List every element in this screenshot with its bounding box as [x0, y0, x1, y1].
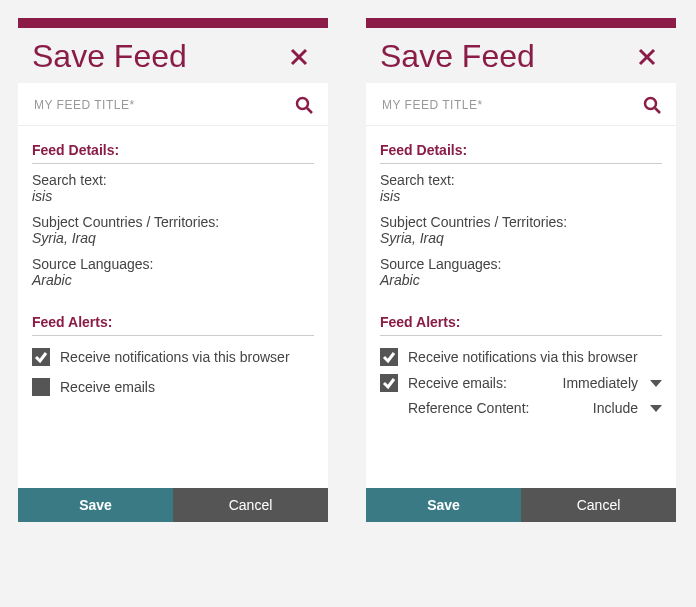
email-frequency-value: Immediately [563, 375, 638, 391]
title-row [366, 83, 676, 126]
search-button[interactable] [294, 95, 314, 115]
languages-label: Source Languages: [32, 256, 314, 272]
emails-label: Receive emails: [408, 375, 553, 391]
close-button[interactable] [284, 42, 314, 72]
search-text-value: isis [380, 188, 662, 204]
notify-checkbox[interactable] [32, 348, 50, 366]
panel-footer: Save Cancel [18, 488, 328, 522]
countries-value: Syria, Iraq [32, 230, 314, 246]
emails-row: Receive emails: Immediately [380, 374, 662, 392]
feed-title-input[interactable] [380, 97, 642, 113]
chevron-down-icon [650, 405, 662, 412]
close-button[interactable] [632, 42, 662, 72]
notify-row: Receive notifications via this browser [380, 348, 662, 366]
search-button[interactable] [642, 95, 662, 115]
chevron-down-icon [650, 380, 662, 387]
ref-content-value: Include [593, 400, 638, 416]
title-row [18, 83, 328, 126]
accent-bar [366, 18, 676, 28]
notify-label: Receive notifications via this browser [408, 349, 638, 365]
search-text-value: isis [32, 188, 314, 204]
accent-bar [18, 18, 328, 28]
feed-title-input[interactable] [32, 97, 294, 113]
cancel-button[interactable]: Cancel [521, 488, 676, 522]
feed-alerts-section: Feed Alerts: Receive notifications via t… [380, 314, 662, 416]
panel-body: Feed Details: Search text: isis Subject … [18, 126, 328, 408]
svg-line-3 [307, 108, 312, 113]
languages-label: Source Languages: [380, 256, 662, 272]
search-icon [643, 96, 661, 114]
panel-title: Save Feed [380, 38, 535, 75]
notify-row: Receive notifications via this browser [32, 348, 314, 366]
panel-title: Save Feed [32, 38, 187, 75]
feed-alerts-heading: Feed Alerts: [32, 314, 314, 336]
notify-checkbox[interactable] [380, 348, 398, 366]
languages-value: Arabic [32, 272, 314, 288]
emails-row: Receive emails [32, 378, 314, 396]
panel-header: Save Feed [366, 28, 676, 83]
ref-content-row: Reference Content: Include [408, 400, 662, 416]
svg-point-2 [297, 98, 308, 109]
countries-label: Subject Countries / Territories: [32, 214, 314, 230]
panel-card: Feed Details: Search text: isis Subject … [366, 83, 676, 522]
ref-content-select[interactable]: Include [593, 400, 662, 416]
check-icon [34, 350, 48, 364]
feed-details-heading: Feed Details: [380, 142, 662, 164]
save-feed-panel-right: Save Feed Feed Details: Search text: isi… [366, 0, 676, 522]
countries-label: Subject Countries / Territories: [380, 214, 662, 230]
search-icon [295, 96, 313, 114]
cancel-button[interactable]: Cancel [173, 488, 328, 522]
feed-details: Search text: isis Subject Countries / Te… [32, 172, 314, 288]
emails-checkbox[interactable] [32, 378, 50, 396]
ref-content-label: Reference Content: [408, 400, 593, 416]
emails-checkbox[interactable] [380, 374, 398, 392]
search-text-label: Search text: [32, 172, 314, 188]
save-button[interactable]: Save [18, 488, 173, 522]
languages-value: Arabic [380, 272, 662, 288]
save-feed-panel-left: Save Feed Feed Details: Search text: isi… [18, 0, 328, 522]
close-icon [638, 48, 656, 66]
check-icon [382, 350, 396, 364]
feed-alerts-section: Feed Alerts: Receive notifications via t… [32, 314, 314, 396]
svg-line-7 [655, 108, 660, 113]
feed-details: Search text: isis Subject Countries / Te… [380, 172, 662, 288]
email-frequency-select[interactable]: Immediately [563, 375, 662, 391]
save-button[interactable]: Save [366, 488, 521, 522]
panel-header: Save Feed [18, 28, 328, 83]
feed-details-heading: Feed Details: [32, 142, 314, 164]
notify-label: Receive notifications via this browser [60, 349, 290, 365]
panel-card: Feed Details: Search text: isis Subject … [18, 83, 328, 522]
search-text-label: Search text: [380, 172, 662, 188]
svg-point-6 [645, 98, 656, 109]
check-icon [382, 376, 396, 390]
panel-footer: Save Cancel [366, 488, 676, 522]
emails-label: Receive emails [60, 379, 155, 395]
close-icon [290, 48, 308, 66]
panel-body: Feed Details: Search text: isis Subject … [366, 126, 676, 452]
countries-value: Syria, Iraq [380, 230, 662, 246]
feed-alerts-heading: Feed Alerts: [380, 314, 662, 336]
